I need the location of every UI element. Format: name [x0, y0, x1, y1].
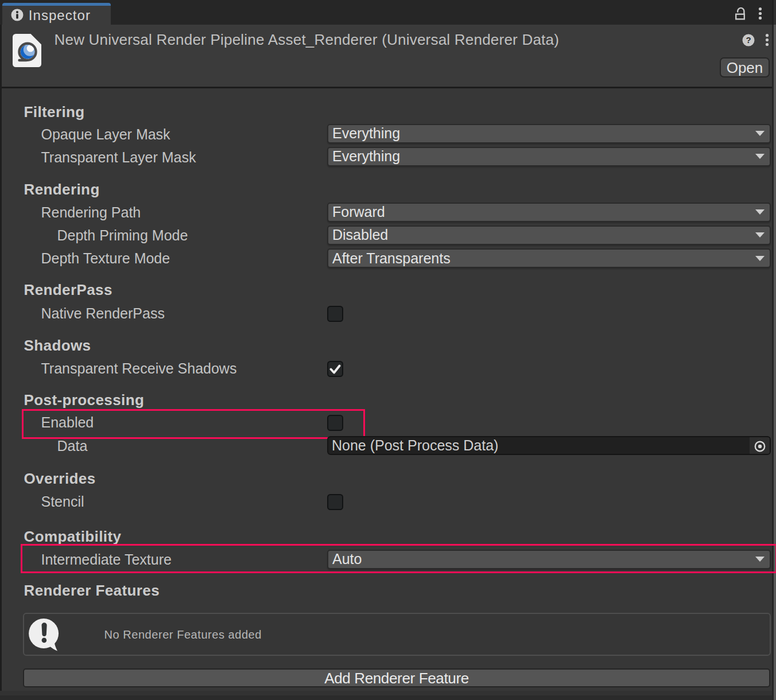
svg-text:?: ? [746, 34, 751, 44]
